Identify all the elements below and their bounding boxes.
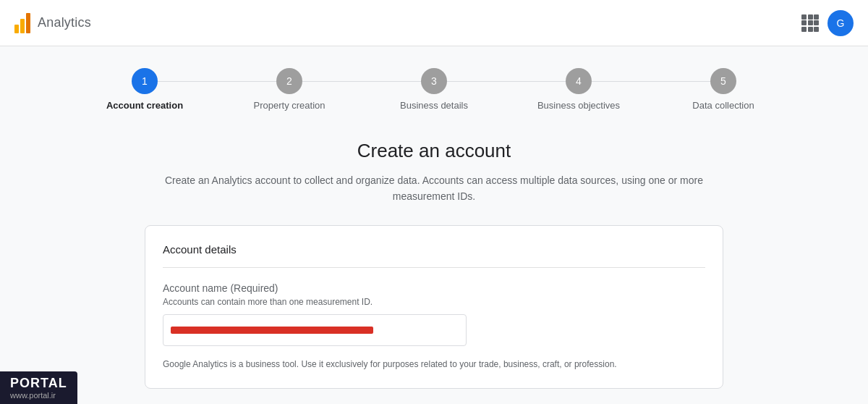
page-title: Create an account: [145, 140, 723, 162]
step-label-3: Business details: [400, 100, 468, 111]
step-5: 5 Data collection: [651, 68, 796, 111]
input-error-highlight: [171, 327, 373, 334]
step-3: 3 Business details: [362, 68, 506, 111]
footer-note: Google Analytics is a business tool. Use…: [163, 358, 705, 371]
field-hint: Accounts can contain more than one measu…: [163, 297, 705, 307]
portal-name: PORTAL: [10, 376, 67, 391]
field-required-text: (Required): [230, 282, 278, 294]
field-label: Account name (Required): [163, 282, 705, 294]
portal-url: www.portal.ir: [10, 391, 67, 400]
portal-watermark: PORTAL www.portal.ir: [0, 371, 77, 404]
step-circle-4: 4: [566, 68, 592, 94]
step-label-2: Property creation: [254, 100, 326, 111]
card-title: Account details: [163, 243, 705, 268]
header-right: G: [801, 10, 854, 36]
step-label-5: Data collection: [692, 100, 754, 111]
step-circle-3: 3: [421, 68, 447, 94]
account-details-card: Account details Account name (Required) …: [145, 225, 723, 389]
header-left: Analytics: [14, 13, 91, 33]
account-name-input-wrapper[interactable]: [163, 314, 467, 346]
analytics-logo: [14, 13, 30, 33]
stepper: 1 Account creation 2 Property creation 3…: [29, 68, 839, 111]
field-label-text: Account name: [163, 282, 228, 294]
step-4: 4 Business objectives: [506, 68, 651, 111]
step-circle-5: 5: [710, 68, 736, 94]
header-title: Analytics: [38, 15, 91, 30]
step-circle-1: 1: [132, 68, 158, 94]
logo-bar-2: [20, 19, 25, 33]
form-container: Create an account Create an Analytics ac…: [145, 140, 723, 389]
header: Analytics G: [0, 0, 868, 46]
avatar[interactable]: G: [827, 10, 854, 36]
step-label-4: Business objectives: [537, 100, 620, 111]
step-1: 1 Account creation: [72, 68, 217, 111]
apps-icon[interactable]: [801, 14, 819, 32]
logo-bar-1: [14, 25, 19, 33]
step-label-1: Account creation: [106, 100, 183, 111]
logo-bar-3: [26, 13, 30, 33]
page-subtitle: Create an Analytics account to collect a…: [145, 172, 723, 205]
main-content: 1 Account creation 2 Property creation 3…: [0, 46, 868, 403]
step-2: 2 Property creation: [217, 68, 362, 111]
step-circle-2: 2: [276, 68, 302, 94]
